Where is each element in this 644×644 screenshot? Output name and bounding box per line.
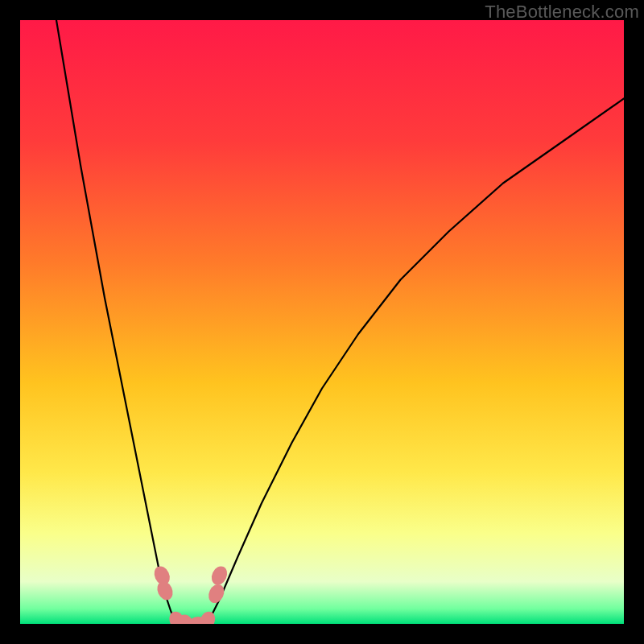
gradient-background	[20, 20, 624, 624]
watermark-text: TheBottleneck.com	[485, 2, 639, 23]
chart-plot-area	[20, 20, 624, 624]
chart-svg	[20, 20, 624, 624]
chart-frame: TheBottleneck.com	[0, 0, 644, 644]
